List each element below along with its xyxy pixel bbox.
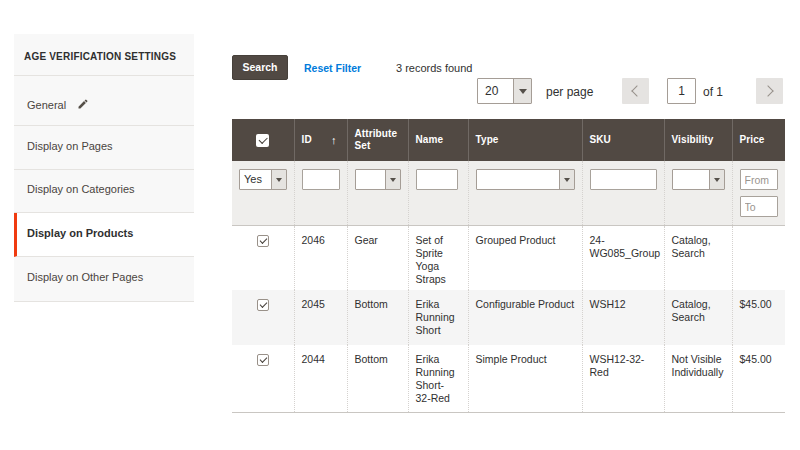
products-grid: ID↑ Attribute Set Name Type SKU Visibili… bbox=[232, 119, 785, 413]
chevron-right-icon bbox=[762, 85, 773, 96]
cell-price: $45.00 bbox=[732, 290, 785, 345]
cell-visibility: Catalog, Search bbox=[664, 290, 732, 345]
cell-type: Grouped Product bbox=[468, 225, 582, 290]
grid-row[interactable]: 2044 Bottom Erika Running Short-32-Red S… bbox=[232, 345, 785, 413]
header-cell-attribute-set[interactable]: Attribute Set bbox=[347, 119, 408, 161]
header-cell-sku[interactable]: SKU bbox=[582, 119, 664, 161]
search-button[interactable]: Search bbox=[232, 55, 288, 80]
settings-nav-title: AGE VERIFICATION SETTINGS bbox=[14, 34, 194, 76]
cell-name: Erika Running Short bbox=[408, 290, 468, 345]
row-checkbox[interactable] bbox=[257, 235, 269, 247]
grid-header-row: ID↑ Attribute Set Name Type SKU Visibili… bbox=[232, 119, 785, 161]
cell-visibility: Catalog, Search bbox=[664, 225, 732, 290]
select-all-filter-value: Yes bbox=[240, 170, 271, 189]
chevron-down-icon[interactable] bbox=[709, 170, 724, 189]
chevron-down-icon[interactable] bbox=[385, 170, 400, 189]
sidebar-item-display-on-other-pages[interactable]: Display on Other Pages bbox=[14, 257, 194, 302]
cell-visibility: Not Visible Individually bbox=[664, 345, 732, 413]
filter-price-from-input[interactable] bbox=[740, 169, 779, 190]
next-page-button[interactable] bbox=[756, 78, 783, 104]
sidebar-item-label: Display on Other Pages bbox=[27, 271, 143, 283]
reset-filter-link[interactable]: Reset Filter bbox=[304, 62, 361, 74]
cell-id: 2044 bbox=[294, 345, 347, 413]
cell-name: Set of Sprite Yoga Straps bbox=[408, 225, 468, 290]
previous-page-button[interactable] bbox=[622, 78, 649, 104]
chevron-left-icon bbox=[631, 85, 642, 96]
cell-id: 2046 bbox=[294, 225, 347, 290]
cell-sku: WSH12-32-Red bbox=[582, 345, 664, 413]
filter-type-select[interactable] bbox=[476, 169, 575, 190]
cell-sku: 24-WG085_Group bbox=[582, 225, 664, 290]
sidebar-item-general[interactable]: General bbox=[14, 76, 194, 126]
cell-sku: WSH12 bbox=[582, 290, 664, 345]
sidebar-item-display-on-pages[interactable]: Display on Pages bbox=[14, 126, 194, 170]
chevron-down-icon[interactable] bbox=[271, 170, 286, 189]
filter-price-to-input[interactable] bbox=[740, 196, 779, 217]
chevron-down-icon[interactable] bbox=[513, 79, 531, 103]
sort-asc-icon: ↑ bbox=[331, 134, 337, 146]
chevron-down-icon[interactable] bbox=[559, 170, 574, 189]
cell-type: Simple Product bbox=[468, 345, 582, 413]
settings-nav: AGE VERIFICATION SETTINGS General Displa… bbox=[14, 34, 194, 302]
cell-price bbox=[732, 225, 785, 290]
header-cell-name[interactable]: Name bbox=[408, 119, 468, 161]
cell-price: $45.00 bbox=[732, 345, 785, 413]
cell-attribute-set: Bottom bbox=[347, 345, 408, 413]
filter-visibility-select[interactable] bbox=[672, 169, 725, 190]
cell-attribute-set: Bottom bbox=[347, 290, 408, 345]
sidebar-item-label: Display on Pages bbox=[27, 140, 113, 152]
select-all-checkbox[interactable] bbox=[256, 134, 269, 147]
sidebar-item-label: Display on Categories bbox=[27, 183, 135, 195]
header-cell-type[interactable]: Type bbox=[468, 119, 582, 161]
header-cell-price[interactable]: Price bbox=[732, 119, 785, 161]
header-cell-select bbox=[232, 119, 294, 161]
select-all-filter[interactable]: Yes bbox=[239, 169, 287, 190]
header-cell-id[interactable]: ID↑ bbox=[294, 119, 347, 161]
per-page-select[interactable]: 20 bbox=[477, 78, 532, 104]
cell-name: Erika Running Short-32-Red bbox=[408, 345, 468, 413]
filter-id-input[interactable] bbox=[302, 169, 340, 190]
page-number-input[interactable] bbox=[667, 78, 696, 104]
per-page-value: 20 bbox=[478, 79, 513, 103]
filter-name-input[interactable] bbox=[416, 169, 458, 190]
grid-filter-row: Yes bbox=[232, 161, 785, 225]
cell-attribute-set: Gear bbox=[347, 225, 408, 290]
sidebar-item-label: General bbox=[27, 99, 66, 111]
row-checkbox[interactable] bbox=[257, 354, 269, 366]
records-found-text: 3 records found bbox=[396, 62, 472, 74]
cell-id: 2045 bbox=[294, 290, 347, 345]
row-checkbox[interactable] bbox=[257, 299, 269, 311]
filter-sku-input[interactable] bbox=[590, 169, 657, 190]
filter-attribute-set-select[interactable] bbox=[355, 169, 401, 190]
header-cell-visibility[interactable]: Visibility bbox=[664, 119, 732, 161]
sidebar-item-display-on-products[interactable]: Display on Products bbox=[14, 213, 194, 257]
grid-row[interactable]: 2046 Gear Set of Sprite Yoga Straps Grou… bbox=[232, 225, 785, 290]
per-page-label: per page bbox=[546, 85, 593, 99]
total-pages-label: of 1 bbox=[703, 85, 723, 99]
sidebar-item-display-on-categories[interactable]: Display on Categories bbox=[14, 170, 194, 213]
sidebar-item-label: Display on Products bbox=[27, 227, 133, 239]
grid-row[interactable]: 2045 Bottom Erika Running Short Configur… bbox=[232, 290, 785, 345]
cell-type: Configurable Product bbox=[468, 290, 582, 345]
edit-pencil-icon bbox=[77, 98, 89, 112]
